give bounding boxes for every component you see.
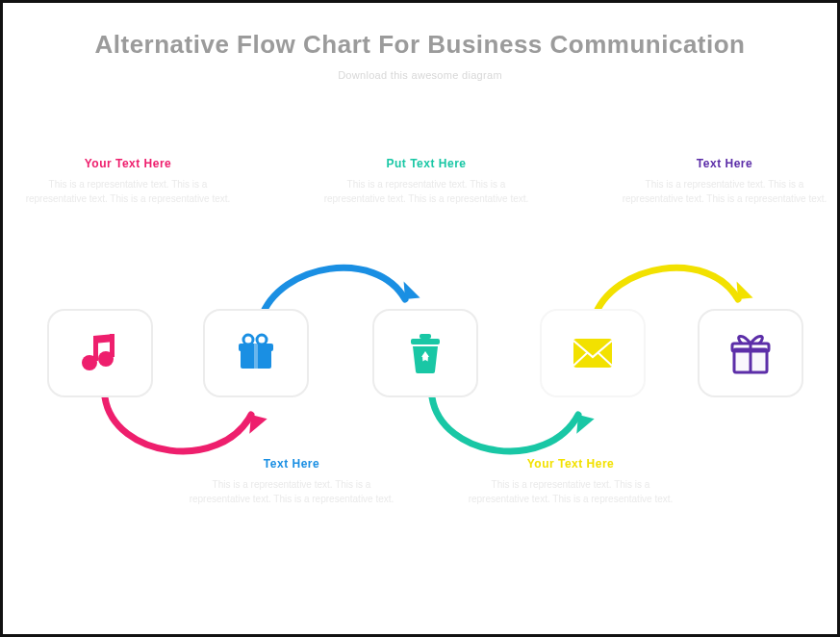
text-block-heading: Your Text Here	[22, 157, 234, 170]
text-block-body: This is a representative text. This is a…	[186, 478, 397, 506]
flow-step-4	[540, 309, 646, 397]
text-block-heading: Put Text Here	[320, 157, 532, 170]
text-block-body: This is a representative text. This is a…	[22, 178, 234, 206]
text-block-body: This is a representative text. This is a…	[320, 178, 532, 206]
page-title: Alternative Flow Chart For Business Comm…	[3, 30, 837, 60]
flow-step-5	[698, 309, 803, 397]
arrow-connector-bottom-teal	[422, 386, 596, 468]
text-block-body: This is a representative text. This is a…	[619, 178, 830, 206]
text-block-top-2: Put Text Here This is a representative t…	[320, 157, 532, 206]
text-block-heading: Text Here	[619, 157, 830, 170]
flow-step-1	[47, 309, 153, 397]
svg-point-6	[82, 355, 97, 370]
text-block-top-1: Your Text Here This is a representative …	[22, 157, 234, 206]
music-icon	[77, 330, 123, 376]
page-subtitle: Download this awesome diagram	[3, 69, 837, 81]
text-block-top-3: Text Here This is a representative text.…	[619, 157, 830, 206]
mail-icon	[573, 338, 613, 369]
flow-step-3	[372, 309, 478, 397]
arrow-connector-bottom-pink	[95, 386, 268, 468]
svg-rect-14	[420, 334, 431, 339]
svg-point-12	[257, 335, 267, 344]
gift-icon	[233, 330, 279, 376]
svg-point-11	[243, 335, 253, 344]
text-block-body: This is a representative text. This is a…	[465, 478, 676, 506]
svg-point-7	[98, 351, 114, 367]
recycle-bin-icon	[404, 331, 446, 375]
svg-rect-10	[254, 344, 258, 369]
flow-step-2	[203, 309, 309, 397]
slide-canvas: Alternative Flow Chart For Business Comm…	[0, 0, 840, 637]
svg-rect-15	[573, 339, 612, 368]
svg-rect-13	[411, 339, 440, 344]
present-icon	[728, 330, 773, 376]
